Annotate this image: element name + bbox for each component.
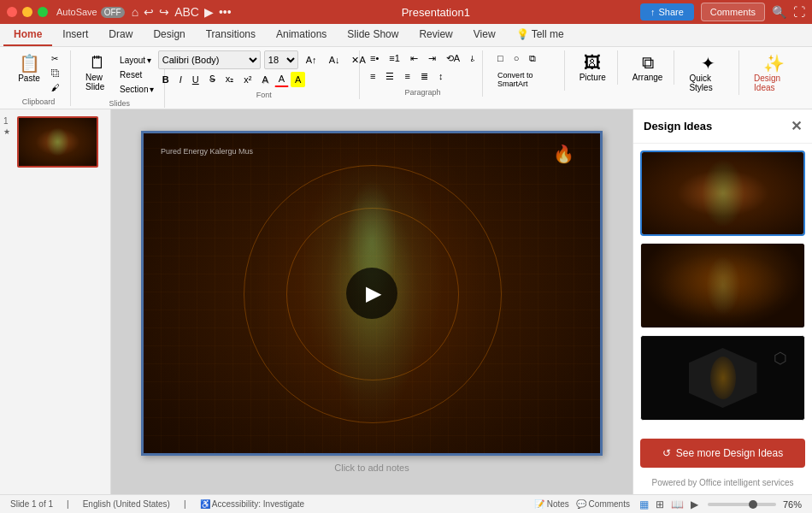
spell-check-icon[interactable]: ABC	[174, 5, 199, 19]
notes-button[interactable]: 📝 Notes	[534, 499, 569, 509]
zoom-thumb[interactable]	[749, 500, 757, 509]
superscript-button[interactable]: x²	[239, 72, 256, 87]
decrease-indent-button[interactable]: ⇤	[406, 50, 422, 67]
tab-insert[interactable]: Insert	[52, 24, 98, 46]
bold-button[interactable]: B	[158, 72, 174, 87]
design-idea-item-3[interactable]: ⬡	[640, 335, 805, 421]
design-idea-item-2[interactable]	[640, 243, 805, 328]
layout-label: Layout	[120, 56, 145, 65]
language-label[interactable]: English (United States)	[83, 499, 170, 509]
subscript-button[interactable]: x₂	[221, 71, 238, 87]
slide-thumb-1[interactable]: 1 ★	[3, 116, 107, 168]
present-icon[interactable]: ▶	[204, 5, 214, 19]
status-bar: Slide 1 of 1 | English (United States) |…	[0, 494, 812, 513]
autosave-toggle[interactable]: OFF	[101, 7, 125, 18]
highlight-button[interactable]: A	[291, 72, 305, 87]
italic-button[interactable]: I	[175, 72, 186, 87]
play-button[interactable]: ▶	[346, 268, 397, 319]
cut-button[interactable]: ✂	[48, 52, 63, 65]
new-slide-button[interactable]: 🗒 New Slide	[81, 50, 113, 94]
slide-note[interactable]: Click to add notes	[334, 463, 409, 473]
comments-status-button[interactable]: 💬 Comments	[576, 499, 630, 509]
see-more-design-ideas-button[interactable]: ↺ See more Design Ideas	[640, 439, 805, 468]
align-right-button[interactable]: ≡	[400, 68, 414, 85]
font-group: Calibri (Body) 18 A↑ A↓ ✕A B I U S̶ x₂ x…	[168, 50, 360, 99]
cut-icon: ✂	[51, 54, 58, 63]
maximize-icon[interactable]: ⛶	[793, 5, 805, 19]
font-size-select[interactable]: 18	[264, 50, 298, 69]
zoom-slider[interactable]	[708, 503, 776, 506]
slideshow-view-button[interactable]: ▶	[688, 498, 701, 511]
tab-draw[interactable]: Draw	[98, 24, 143, 46]
slide-canvas[interactable]: Pured Energy Kalergu Mus 🔥 ▶	[141, 131, 603, 456]
align-left-button[interactable]: ≡	[366, 68, 380, 85]
design-idea-item-1[interactable]	[640, 150, 805, 236]
slide-sorter-button[interactable]: ⊞	[653, 498, 667, 511]
home-icon[interactable]: ⌂	[132, 5, 138, 19]
increase-indent-button[interactable]: ⇥	[424, 50, 440, 67]
slide-number: 1	[3, 116, 14, 126]
more-options-icon[interactable]: •••	[219, 5, 232, 19]
design-ideas-list: ⬡	[633, 144, 812, 432]
justify-button[interactable]: ≣	[416, 68, 432, 85]
normal-view-button[interactable]: ▦	[637, 498, 651, 511]
minimize-window-button[interactable]	[22, 7, 32, 17]
strikethrough-button[interactable]: S̶	[205, 71, 220, 87]
tab-view[interactable]: View	[463, 24, 506, 46]
font-color-button[interactable]: A	[274, 71, 289, 87]
bullets-button[interactable]: ≡•	[366, 50, 383, 67]
quick-styles-button[interactable]: ✦ Quick Styles	[685, 50, 732, 95]
picture-icon: 🖼	[584, 53, 601, 73]
reading-view-button[interactable]: 📖	[668, 498, 686, 511]
text-shadow-button[interactable]: A	[257, 72, 272, 87]
font-family-select[interactable]: Calibri (Body)	[158, 50, 261, 69]
arrange-icon: ⧉	[642, 53, 654, 73]
copy-button[interactable]: ⿻	[48, 67, 63, 80]
design-panel-close-button[interactable]: ✕	[791, 118, 802, 134]
paste-icon: 📋	[19, 53, 40, 74]
numbering-button[interactable]: ≡1	[385, 50, 404, 67]
shape2-button[interactable]: ○	[509, 50, 524, 67]
tab-design[interactable]: Design	[143, 24, 195, 46]
tab-slideshow[interactable]: Slide Show	[337, 24, 409, 46]
text-direction-button[interactable]: ⟲A	[442, 50, 464, 67]
share-button[interactable]: ↑ Share	[640, 3, 694, 21]
design-ideas-ribbon-button[interactable]: ✨ Design Ideas	[750, 50, 798, 95]
reset-button[interactable]: Reset	[116, 68, 157, 81]
tab-review[interactable]: Review	[409, 24, 462, 46]
columns-button[interactable]: ⫰	[466, 50, 480, 67]
font-increase-button[interactable]: A↑	[302, 52, 321, 68]
tab-transitions[interactable]: Transitions	[196, 24, 266, 46]
paste-button[interactable]: 📋 Paste	[14, 50, 44, 86]
line-spacing-button[interactable]: ↕	[434, 68, 448, 85]
ribbon-content: 📋 Paste ✂ ⿻ 🖌 Clipboard	[0, 47, 812, 109]
picture-button[interactable]: 🖼 Picture	[575, 50, 610, 85]
underline-button[interactable]: U	[188, 72, 203, 87]
align-center-button[interactable]: ☰	[381, 68, 398, 85]
tab-home[interactable]: Home	[3, 24, 52, 46]
see-more-label: See more Design Ideas	[676, 447, 783, 459]
quick-styles-icon: ✦	[701, 53, 715, 74]
arrange-button[interactable]: ⧉ Arrange	[628, 50, 668, 85]
slide-thumb-visual	[19, 118, 97, 166]
canvas-area[interactable]: Pured Energy Kalergu Mus 🔥 ▶ Click to ad…	[111, 109, 633, 494]
view-buttons: ▦ ⊞ 📖 ▶	[637, 498, 701, 511]
accessibility-label[interactable]: ♿ Accessibility: Investigate	[200, 499, 305, 509]
format-painter-button[interactable]: 🖌	[48, 81, 63, 94]
close-window-button[interactable]	[7, 7, 17, 17]
font-decrease-button[interactable]: A↓	[325, 52, 344, 68]
undo-icon[interactable]: ↩	[144, 5, 154, 19]
search-icon[interactable]: 🔍	[772, 5, 786, 19]
arrange-button[interactable]: ⧉	[525, 50, 540, 67]
section-button[interactable]: Section ▾	[116, 83, 157, 96]
redo-icon[interactable]: ↪	[159, 5, 169, 19]
maximize-window-button[interactable]	[38, 7, 48, 17]
shape1-button[interactable]: □	[493, 50, 508, 67]
slide-thumbnail[interactable]	[17, 116, 98, 168]
convert-smartart-button[interactable]: Convert to SmartArt	[493, 68, 557, 91]
comments-button[interactable]: Comments	[701, 3, 765, 21]
layout-button[interactable]: Layout ▾	[116, 54, 157, 67]
tab-animations[interactable]: Animations	[266, 24, 337, 46]
notes-icon: 📝	[534, 499, 544, 509]
tab-tell-me[interactable]: 💡 Tell me	[506, 24, 574, 46]
